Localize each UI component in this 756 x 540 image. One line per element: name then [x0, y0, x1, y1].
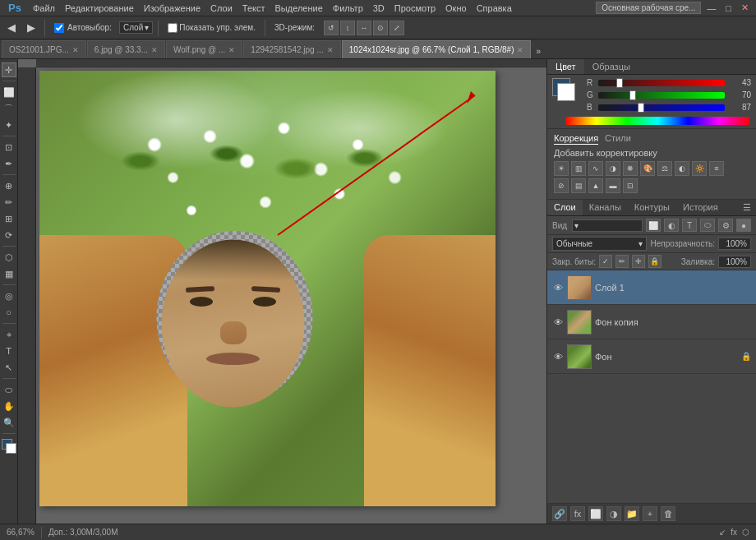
- show-transform-label[interactable]: Показать упр. элем.: [164, 21, 260, 35]
- tool-move[interactable]: ✛: [2, 62, 16, 77]
- menu-edit[interactable]: Редактирование: [60, 2, 139, 14]
- tool-lasso[interactable]: ⌒: [2, 101, 16, 116]
- tab-2[interactable]: 6.jpg @ 33.3... ✕: [87, 40, 165, 58]
- 3d-tool-4[interactable]: ⊙: [373, 21, 388, 35]
- menu-text[interactable]: Текст: [237, 2, 270, 14]
- menu-image[interactable]: Изображение: [139, 2, 205, 14]
- forward-btn[interactable]: ▶: [23, 19, 39, 36]
- zoom-value[interactable]: 66,67%: [7, 528, 35, 537]
- menu-layers[interactable]: Слои: [205, 2, 237, 14]
- layers-tab-layers[interactable]: Слои: [547, 200, 583, 215]
- tab-3-close[interactable]: ✕: [228, 46, 235, 54]
- tool-eraser[interactable]: ⬡: [2, 250, 16, 265]
- bw-icon[interactable]: ◐: [675, 161, 689, 176]
- blend-mode-dropdown[interactable]: Обычные ▾: [552, 237, 647, 251]
- tool-dodge[interactable]: ○: [2, 305, 16, 320]
- show-transform-input[interactable]: [168, 23, 177, 33]
- background-color[interactable]: [6, 443, 16, 454]
- tab-3[interactable]: Wolf.png @ ... ✕: [166, 40, 242, 58]
- tool-path-select[interactable]: ↖: [2, 360, 16, 375]
- brightness-icon[interactable]: ☀: [554, 161, 569, 176]
- tool-marquee[interactable]: ⬜: [2, 85, 16, 99]
- g-slider[interactable]: [598, 92, 725, 99]
- filter-adj[interactable]: ◐: [664, 219, 679, 232]
- curves-icon[interactable]: ∿: [588, 161, 603, 176]
- levels-icon[interactable]: ▥: [571, 161, 586, 176]
- layer-style[interactable]: fx: [570, 506, 585, 521]
- layer-row-1[interactable]: 👁 Слой 1: [547, 270, 756, 305]
- layers-tab-history[interactable]: История: [676, 200, 725, 215]
- menu-window[interactable]: Окно: [440, 2, 472, 14]
- menu-file[interactable]: Файл: [28, 2, 60, 14]
- layers-tab-paths[interactable]: Контуры: [628, 200, 676, 215]
- exposure-icon[interactable]: ◑: [606, 161, 620, 176]
- 3d-tool-1[interactable]: ↺: [324, 21, 339, 35]
- threshold-icon[interactable]: ▲: [588, 178, 603, 193]
- fill-value[interactable]: 100%: [718, 256, 751, 268]
- tab-5[interactable]: 1024x1024sr.jpg @ 66.7% (Слой 1, RGB/8#)…: [342, 40, 532, 58]
- color-spectrum[interactable]: [565, 117, 749, 125]
- layers-tab-channels[interactable]: Каналы: [583, 200, 628, 215]
- layer-link[interactable]: 🔗: [552, 506, 567, 521]
- photofilter-icon[interactable]: 🔆: [692, 161, 707, 176]
- tool-zoom[interactable]: 🔍: [2, 415, 16, 430]
- filter-pixel[interactable]: ⬜: [646, 219, 661, 232]
- tool-blur[interactable]: ◎: [2, 288, 16, 303]
- menu-view[interactable]: Просмотр: [390, 2, 440, 14]
- color-tab[interactable]: Цвет: [547, 59, 584, 74]
- layers-panel-menu[interactable]: ☰: [738, 200, 756, 215]
- tool-pen[interactable]: ⌖: [2, 327, 16, 342]
- tab-1[interactable]: OS21001.JPG... ✕: [2, 40, 86, 58]
- hsl-icon[interactable]: 🎨: [640, 161, 655, 176]
- bg-color-swatch[interactable]: [557, 83, 575, 101]
- posterize-icon[interactable]: ▤: [571, 178, 586, 193]
- lock-all[interactable]: 🔒: [648, 255, 662, 268]
- 3d-tool-3[interactable]: ↔: [357, 21, 371, 35]
- b-slider[interactable]: [598, 104, 725, 111]
- layer-row-3[interactable]: 👁 Фон 🔒: [547, 339, 756, 374]
- r-slider[interactable]: [598, 80, 725, 86]
- tool-wand[interactable]: ✦: [2, 118, 16, 132]
- tab-overflow[interactable]: »: [532, 44, 545, 58]
- menu-3d[interactable]: 3D: [368, 2, 390, 14]
- filter-text[interactable]: T: [682, 219, 697, 232]
- layer-mask[interactable]: ⬜: [588, 506, 603, 521]
- tab-1-close[interactable]: ✕: [72, 46, 79, 54]
- correction-tab[interactable]: Коррекция: [554, 132, 598, 145]
- tool-shape[interactable]: ⬭: [2, 382, 16, 397]
- menu-help[interactable]: Справка: [472, 2, 517, 14]
- vibrance-icon[interactable]: ❋: [623, 161, 638, 176]
- r-thumb[interactable]: [616, 78, 623, 88]
- colorbalance-icon[interactable]: ⚖: [657, 161, 672, 176]
- menu-select[interactable]: Выделение: [270, 2, 328, 14]
- channelmix-icon[interactable]: ≡: [709, 161, 724, 176]
- tool-gradient[interactable]: ▦: [2, 266, 16, 281]
- auto-select-checkbox[interactable]: Автовыбор:: [50, 21, 116, 35]
- window-max[interactable]: □: [721, 2, 735, 14]
- swatches-tab[interactable]: Образцы: [584, 59, 638, 74]
- status-icon-2[interactable]: fx: [731, 528, 737, 537]
- tool-text[interactable]: T: [2, 344, 16, 358]
- layer-new[interactable]: +: [643, 506, 657, 521]
- tool-crop[interactable]: ⊡: [2, 140, 16, 155]
- layer-row-2[interactable]: 👁 Фон копия: [547, 305, 756, 339]
- lock-position[interactable]: ✛: [632, 255, 645, 268]
- canvas-area[interactable]: [18, 59, 546, 524]
- tool-brush[interactable]: ✏: [2, 195, 16, 210]
- tab-4[interactable]: 12942581542.jpg ... ✕: [243, 40, 340, 58]
- lock-pixels[interactable]: ✏: [615, 255, 629, 268]
- layer-1-visibility[interactable]: 👁: [552, 283, 564, 293]
- tool-history-brush[interactable]: ⟳: [2, 228, 16, 242]
- tab-5-close[interactable]: ✕: [517, 46, 523, 54]
- 3d-tool-2[interactable]: ↕: [340, 21, 355, 35]
- tool-clone[interactable]: ⊞: [2, 211, 16, 226]
- tab-2-close[interactable]: ✕: [151, 46, 158, 54]
- kind-dropdown[interactable]: ▾: [572, 219, 643, 232]
- layer-delete[interactable]: 🗑: [661, 506, 675, 521]
- back-btn[interactable]: ◀: [3, 19, 20, 36]
- filter-shape[interactable]: ⬭: [700, 219, 715, 232]
- workspace-label[interactable]: Основная рабочая сре...: [596, 2, 701, 14]
- selectivecolor-icon[interactable]: ⊡: [623, 178, 638, 193]
- layer-group[interactable]: 📁: [625, 506, 639, 521]
- styles-tab[interactable]: Стили: [605, 132, 631, 145]
